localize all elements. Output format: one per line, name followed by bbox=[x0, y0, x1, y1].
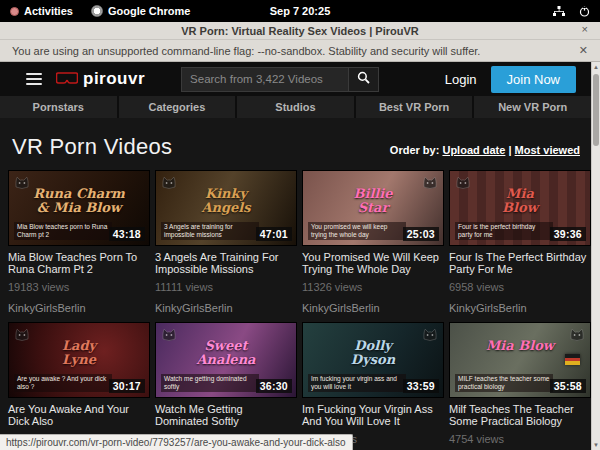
scrollbar[interactable]: ▲ ▼ bbox=[591, 62, 600, 450]
page-title: VR Porn Videos bbox=[12, 134, 172, 160]
video-title-link[interactable]: 3 Angels Are Training For Impossible Mis… bbox=[155, 252, 297, 275]
thumbnail-model-name: Sweet Analena bbox=[156, 339, 296, 367]
studio-cat-logo-icon bbox=[569, 327, 585, 345]
order-by-most-viewed-link[interactable]: Most viewed bbox=[515, 144, 580, 156]
video-card: Runa Charm & Mia Blow Mia Blow teaches p… bbox=[8, 170, 150, 314]
studio-cat-logo-icon bbox=[14, 327, 30, 345]
video-thumbnail[interactable]: Mia Blow MILF teaches the teacher some p… bbox=[449, 322, 591, 398]
video-thumbnail[interactable]: Lady Lyne Are you awake ? And your dick … bbox=[8, 322, 150, 398]
video-views: 11326 views bbox=[302, 281, 444, 293]
video-views: 6958 views bbox=[449, 281, 591, 293]
window-title: VR Porn: Virtual Reality Sex Videos | Pi… bbox=[181, 25, 418, 37]
scroll-up-icon[interactable]: ▲ bbox=[593, 62, 599, 72]
video-views: 4754 views bbox=[449, 433, 591, 445]
clock[interactable]: Sep 7 20:25 bbox=[0, 5, 600, 17]
nav-item-new[interactable]: New VR Porn bbox=[474, 96, 591, 118]
search-input[interactable] bbox=[181, 67, 349, 92]
studio-link[interactable]: KinkyGirlsBerlin bbox=[449, 302, 591, 314]
search-icon bbox=[357, 70, 370, 88]
video-thumbnail[interactable]: Runa Charm & Mia Blow Mia Blow teaches p… bbox=[8, 170, 150, 246]
duration-badge: 39:36 bbox=[550, 227, 586, 241]
search-button[interactable] bbox=[349, 67, 379, 92]
video-thumbnail[interactable]: Kinky Angels 3 Angels are training for i… bbox=[155, 170, 297, 246]
thumbnail-model-name: Runa Charm & Mia Blow bbox=[9, 187, 149, 215]
video-grid: Runa Charm & Mia Blow Mia Blow teaches p… bbox=[0, 170, 600, 450]
thumbnail-caption: Mia Blow teaches porn to Runa Charm pt 2 bbox=[14, 222, 112, 240]
nav-item-pornstars[interactable]: Pornstars bbox=[0, 96, 117, 118]
video-thumbnail[interactable]: Sweet Analena Watch me getting dominated… bbox=[155, 322, 297, 398]
video-card: Kinky Angels 3 Angels are training for i… bbox=[155, 170, 297, 314]
scroll-down-icon[interactable]: ▼ bbox=[593, 440, 599, 450]
thumbnail-model-name: Kinky Angels bbox=[156, 187, 296, 215]
duration-badge: 43:18 bbox=[109, 227, 145, 241]
status-url-tooltip: https://pirouvr.com/vr-porn-video/779325… bbox=[0, 434, 353, 450]
site-logo[interactable]: pirouvr bbox=[56, 69, 145, 89]
nav-item-best[interactable]: Best VR Porn bbox=[356, 96, 473, 118]
chrome-infobar: You are using an unsupported command-lin… bbox=[0, 40, 600, 62]
infobar-close-icon[interactable]: ✕ bbox=[579, 44, 588, 57]
thumbnail-caption: Four is the perfect birthday party for m… bbox=[455, 222, 553, 240]
page-heading-row: VR Porn Videos Order by: Upload date | M… bbox=[0, 118, 600, 170]
video-title-link[interactable]: Im Fucking Your Virgin Ass And You Will … bbox=[302, 404, 444, 427]
studio-link[interactable]: KinkyGirlsBerlin bbox=[8, 302, 150, 314]
studio-cat-logo-icon bbox=[14, 175, 30, 193]
order-by-upload-date-link[interactable]: Upload date bbox=[442, 144, 505, 156]
studio-link[interactable]: KinkyGirlsBerlin bbox=[302, 302, 444, 314]
video-views: 19183 views bbox=[8, 281, 150, 293]
duration-badge: 36:30 bbox=[256, 379, 292, 393]
video-views: 11111 views bbox=[155, 281, 297, 293]
studio-cat-logo-icon bbox=[161, 175, 177, 193]
duration-badge: 25:03 bbox=[403, 227, 439, 241]
search-form bbox=[181, 67, 379, 92]
duration-badge: 33:59 bbox=[403, 379, 439, 393]
menu-icon[interactable] bbox=[26, 73, 42, 85]
video-title-link[interactable]: You Promised We Will Keep Trying The Who… bbox=[302, 252, 444, 275]
studio-cat-logo-icon bbox=[422, 327, 438, 345]
order-by: Order by: Upload date | Most viewed bbox=[390, 144, 580, 156]
duration-badge: 47:01 bbox=[256, 227, 292, 241]
window-titlebar: VR Porn: Virtual Reality Sex Videos | Pi… bbox=[0, 22, 600, 40]
video-card: Mia Blow MILF teaches the teacher some p… bbox=[449, 322, 591, 450]
system-top-bar: Activities Google Chrome Sep 7 20:25 bbox=[0, 0, 600, 22]
thumbnail-model-name: Lady Lyne bbox=[9, 339, 149, 367]
login-link[interactable]: Login bbox=[445, 72, 477, 87]
site-header: pirouvr Login Join Now bbox=[0, 62, 600, 96]
nav-item-studios[interactable]: Studios bbox=[237, 96, 354, 118]
video-thumbnail[interactable]: Dolly Dyson Im fucking your virgin ass a… bbox=[302, 322, 444, 398]
video-card: Dolly Dyson Im fucking your virgin ass a… bbox=[302, 322, 444, 450]
studio-cat-logo-icon bbox=[161, 327, 177, 345]
video-card: Sweet Analena Watch me getting dominated… bbox=[155, 322, 297, 450]
order-by-label: Order by: bbox=[390, 144, 440, 156]
duration-badge: 35:58 bbox=[550, 379, 586, 393]
browser-viewport: pirouvr Login Join Now Pornstars Categor… bbox=[0, 62, 600, 450]
vr-goggles-logo-icon bbox=[56, 70, 78, 88]
thumbnail-caption: Im fucking your virgin ass and you will … bbox=[308, 374, 406, 392]
video-title-link[interactable]: Are You Awake And Your Dick Also bbox=[8, 404, 150, 427]
video-thumbnail[interactable]: Billie Star You promised we will keep tr… bbox=[302, 170, 444, 246]
thumbnail-model-name: Billie Star bbox=[303, 187, 443, 215]
video-thumbnail[interactable]: Mia Blow Four is the perfect birthday pa… bbox=[449, 170, 591, 246]
studio-link[interactable]: KinkyGirlsBerlin bbox=[155, 302, 297, 314]
thumbnail-caption: You promised we will keep trying the who… bbox=[308, 222, 406, 240]
thumbnail-caption: 3 Angels are training for impossible mis… bbox=[161, 222, 259, 240]
thumbnail-model-name: Mia Blow bbox=[450, 339, 590, 353]
video-card: Lady Lyne Are you awake ? And your dick … bbox=[8, 322, 150, 450]
studio-cat-logo-icon bbox=[455, 175, 471, 193]
thumbnail-caption: Watch me getting dominated softly bbox=[161, 374, 259, 392]
video-card: Mia Blow Four is the perfect birthday pa… bbox=[449, 170, 591, 314]
video-title-link[interactable]: Mia Blow Teaches Porn To Runa Charm Pt 2 bbox=[8, 252, 150, 275]
scrollbar-track[interactable] bbox=[592, 72, 600, 440]
infobar-message: You are using an unsupported command-lin… bbox=[12, 45, 480, 57]
thumbnail-caption: MILF teaches the teacher some practical … bbox=[455, 374, 553, 392]
nav-item-categories[interactable]: Categories bbox=[119, 96, 236, 118]
window-close-icon[interactable]: × bbox=[582, 23, 588, 35]
video-title-link[interactable]: Milf Teaches The Teacher Some Practical … bbox=[449, 404, 591, 427]
join-now-button[interactable]: Join Now bbox=[491, 66, 576, 93]
thumbnail-model-name: Mia Blow bbox=[450, 187, 590, 215]
thumbnail-caption: Are you awake ? And your dick also ? bbox=[14, 374, 112, 392]
order-separator: | bbox=[505, 144, 514, 156]
scrollbar-thumb[interactable] bbox=[593, 74, 599, 146]
video-title-link[interactable]: Watch Me Getting Dominated Softly bbox=[155, 404, 297, 427]
video-title-link[interactable]: Four Is The Perfect Birthday Party For M… bbox=[449, 252, 591, 275]
german-flag bbox=[565, 354, 580, 365]
